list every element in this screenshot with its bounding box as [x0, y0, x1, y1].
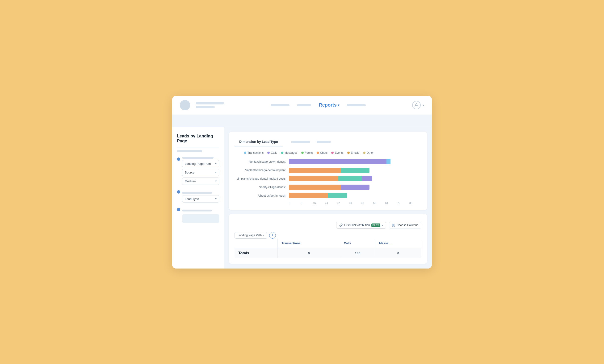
- bar-track-5: [289, 193, 419, 198]
- legend-dot-events: [331, 152, 334, 154]
- bar-seg-1-calls: [289, 159, 387, 164]
- medium-label: Medium: [185, 179, 196, 183]
- filter-bar-1: [182, 157, 214, 159]
- dropdown-arrow-3: ▾: [215, 179, 217, 183]
- bar-label-2: /implants/chicago-dental-implant: [235, 169, 289, 172]
- sidebar-divider: [177, 147, 219, 148]
- legend-dot-emails: [347, 152, 350, 154]
- bar-chart: /dental/chicago-crown-dentist /implants/…: [235, 159, 421, 198]
- col-header-messages: Messa...: [375, 239, 421, 248]
- legend-label-calls: Calls: [271, 151, 277, 154]
- x-tick-64: 64: [385, 202, 397, 204]
- legend-label-emails: Emails: [351, 151, 359, 154]
- legend-events: Events: [331, 151, 343, 154]
- tab-placeholder-1: [291, 141, 310, 143]
- reports-nav-label[interactable]: Reports ▾: [319, 102, 339, 108]
- filter-controls-1: Landing Page Path ▾ Source ▾ Medium ▾: [182, 157, 219, 185]
- bar-row-4: /liberty-village-dentist: [235, 185, 419, 190]
- bar-label-3: /implants/chicago-dental-implant-costs: [235, 177, 289, 180]
- nav-link-1: [271, 104, 289, 106]
- legend-dot-chats: [317, 152, 319, 154]
- lead-type-dropdown[interactable]: Lead Type ▾: [182, 195, 219, 203]
- bar-seg-5-messages: [328, 193, 348, 198]
- choose-columns-button[interactable]: Choose Columns: [389, 222, 421, 229]
- bar-label-1: /dental/chicago-crown-dentist: [235, 160, 289, 163]
- attribution-badge[interactable]: First Click Attribution ELITE ▾: [336, 222, 386, 229]
- nav-link-2: [297, 104, 311, 106]
- lead-type-label: Lead Type: [185, 197, 199, 201]
- elite-badge: ELITE: [371, 223, 380, 227]
- nav-placeholder-group: [196, 102, 224, 108]
- bar-row-5: /about-us/get-in-touch: [235, 193, 419, 198]
- filter-controls-2: Lead Type ▾: [182, 190, 219, 203]
- bar-chart-wrapper: /dental/chicago-crown-dentist /implants/…: [235, 159, 421, 204]
- bar-seg-4-chats: [289, 185, 341, 190]
- dropdown-arrow-2: ▾: [215, 171, 217, 174]
- sidebar-filter-group-2: Lead Type ▾: [177, 190, 219, 203]
- svg-rect-1: [392, 224, 393, 227]
- x-tick-8: 8: [301, 202, 313, 204]
- totals-transactions: 0: [278, 248, 340, 258]
- table-filter-bar: Landing Page Path ▾ +: [235, 230, 421, 239]
- bar-seg-2-chats: [289, 168, 341, 173]
- table-toolbar: First Click Attribution ELITE ▾ Choose C…: [235, 219, 421, 230]
- nav-placeholder-1: [196, 102, 224, 104]
- legend-label-other: Other: [367, 151, 374, 154]
- legend-dot-forms: [301, 152, 304, 154]
- dropdown-arrow-4: ▾: [215, 197, 217, 200]
- app-window: Reports ▾ ▾ Leads by Landing Page: [172, 96, 432, 268]
- x-axis: 0 8 16 24 32 40 48 56 64 72 80: [235, 202, 421, 204]
- reports-text: Reports: [319, 102, 337, 108]
- x-tick-72: 72: [397, 202, 409, 204]
- landing-page-path-filter-tag[interactable]: Landing Page Path ▾: [235, 232, 267, 239]
- legend-label-forms: Forms: [305, 151, 313, 154]
- legend-forms: Forms: [301, 151, 313, 154]
- tab-dimension-by-lead-type[interactable]: Dimension by Lead Type: [235, 137, 283, 146]
- landing-page-path-label: Landing Page Path: [185, 162, 211, 166]
- legend-dot-other: [363, 152, 365, 154]
- filter-tag-label: Landing Page Path: [238, 234, 262, 237]
- bar-track-1: [289, 159, 419, 164]
- bar-track-2: [289, 168, 419, 173]
- sidebar-filter-group-1: Landing Page Path ▾ Source ▾ Medium ▾: [177, 157, 219, 185]
- tab-placeholder-2: [317, 141, 331, 143]
- nav-placeholder-2: [196, 106, 215, 108]
- table-header-row: Transactions Calls Messa...: [235, 239, 421, 248]
- user-menu-chevron-icon[interactable]: ▾: [423, 103, 424, 107]
- choose-columns-label: Choose Columns: [397, 223, 418, 227]
- x-tick-48: 48: [361, 202, 373, 204]
- totals-calls: 180: [340, 248, 375, 258]
- source-dropdown[interactable]: Source ▾: [182, 169, 219, 176]
- user-avatar-icon[interactable]: [412, 101, 421, 109]
- totals-label: Totals: [235, 248, 278, 258]
- table-card: First Click Attribution ELITE ▾ Choose C…: [229, 214, 427, 264]
- col-header-page: [235, 239, 278, 248]
- x-tick-16: 16: [313, 202, 325, 204]
- bar-seg-1-transactions: [387, 159, 390, 164]
- legend-transactions: Transactions: [244, 151, 264, 154]
- dropdown-arrow-1: ▾: [215, 162, 217, 165]
- legend-dot-messages: [281, 152, 283, 154]
- add-filter-button[interactable]: +: [269, 232, 276, 239]
- legend-label-messages: Messages: [285, 151, 298, 154]
- filter-bar-2: [182, 192, 212, 194]
- legend-dot-transactions: [244, 152, 246, 154]
- attribution-arrow: ▾: [382, 224, 383, 227]
- bar-label-4: /liberty-village-dentist: [235, 185, 289, 189]
- col-header-transactions: Transactions: [278, 239, 340, 248]
- bar-row-2: /implants/chicago-dental-implant: [235, 168, 419, 173]
- col-header-calls: Calls: [340, 239, 375, 248]
- legend-emails: Emails: [347, 151, 359, 154]
- totals-row: Totals 0 180 0: [235, 248, 421, 258]
- tab-label-active: Dimension by Lead Type: [239, 140, 278, 144]
- landing-page-path-dropdown[interactable]: Landing Page Path ▾: [182, 160, 219, 167]
- nav-link-3: [347, 104, 366, 106]
- top-nav: Reports ▾ ▾: [172, 96, 432, 115]
- svg-point-0: [416, 104, 417, 105]
- medium-dropdown[interactable]: Medium ▾: [182, 178, 219, 185]
- x-tick-56: 56: [373, 202, 385, 204]
- sidebar-filter-group-3: [177, 207, 219, 223]
- link-icon: [339, 223, 343, 227]
- chart-area: Dimension by Lead Type Transactions: [224, 127, 432, 268]
- legend-messages: Messages: [281, 151, 298, 154]
